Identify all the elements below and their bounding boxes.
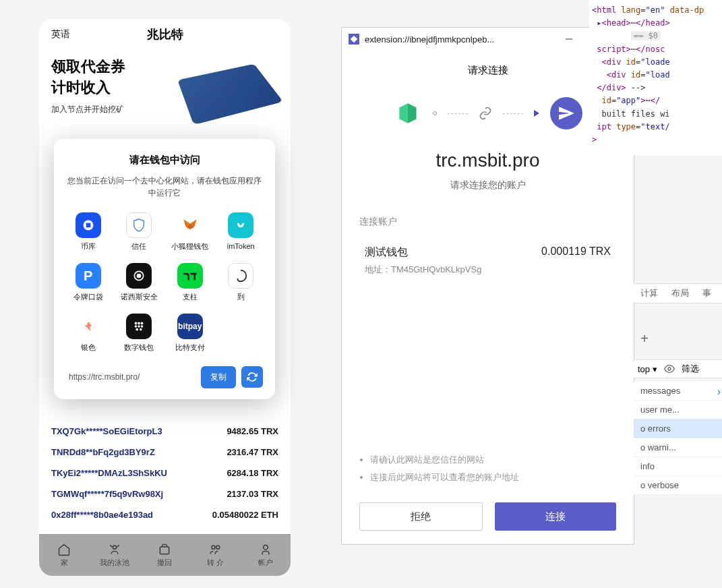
wallet-label: imToken (227, 242, 255, 251)
nav-icon (208, 543, 222, 556)
add-tab-button[interactable]: + (636, 330, 653, 347)
modal-title: 请在钱包中访问 (66, 154, 263, 167)
tx-amount: 2316.47 TRX (227, 447, 278, 457)
wallet-item-gnosis[interactable]: 诺西斯安全 (117, 263, 162, 301)
chevron-right-icon[interactable]: › (717, 386, 721, 398)
app-title: 兆比特 (39, 26, 291, 42)
hero-line1: 领取代金券 (51, 57, 125, 78)
nav-item-2[interactable]: 撤回 (140, 535, 190, 576)
transaction-row[interactable]: TKyEi2*****DMAzL3ShSkKU6284.18 TRX (51, 463, 278, 483)
wallet-item-onto[interactable]: 到 (219, 263, 264, 301)
wallet-label: 令牌口袋 (73, 293, 103, 301)
tx-amount: 0.05480022 ETH (212, 510, 278, 520)
wallet-grid: 币库信任小狐狸钱包imTokenP令牌口袋诺西斯安全דר支柱到银色数字钱包bit… (66, 212, 263, 353)
context-dropdown[interactable]: top ▾ (638, 364, 657, 374)
wallet-item-pillar[interactable]: דר支柱 (168, 263, 212, 301)
transaction-row[interactable]: TGMWqf*****7f5q9vRw98Xj2137.03 TRX (51, 483, 278, 504)
svg-point-8 (138, 274, 141, 278)
domain-name: trc.msbit.pro (359, 150, 616, 171)
reject-button[interactable]: 拒绝 (359, 502, 483, 531)
filter-label[interactable]: 筛选 (682, 363, 699, 375)
account-card[interactable]: 测试钱包 0.000119 TRX 地址：TM45GtHQvbKLkpVSg (359, 237, 616, 284)
refresh-button[interactable] (241, 366, 263, 388)
wallet-item-coinbase[interactable]: 币库 (66, 212, 111, 251)
console-filter-0[interactable]: messages (634, 382, 722, 401)
wallet-select-modal: 请在钱包中访问 您当前正在访问一个去中心化网站，请在钱包应用程序中运行它 币库信… (54, 139, 275, 399)
wallet-item-argent[interactable]: 银色 (66, 314, 111, 352)
tx-amount: 6284.18 TRX (227, 468, 278, 478)
devtools-tab[interactable]: 布局 (665, 287, 696, 299)
wallet-label: 到 (237, 293, 245, 301)
transaction-row[interactable]: 0x28ff*****8b0ae4e193ad0.05480022 ETH (51, 504, 278, 525)
console-filter-2[interactable]: o errors (634, 419, 722, 438)
tx-address: TNRDd8**bFq2gd3BY9rZ (51, 447, 155, 457)
tx-amount: 9482.65 TRX (227, 426, 278, 436)
devtools-tab[interactable]: 事 (696, 287, 718, 299)
transaction-row[interactable]: TXQ7Gk*****SoEGiEtorpL39482.65 TRX (51, 421, 278, 442)
section-label: 连接账户 (359, 216, 616, 228)
wallet-item-metamask[interactable]: 小狐狸钱包 (168, 212, 212, 251)
tx-amount: 2137.03 TRX (227, 489, 278, 499)
svg-point-22 (668, 368, 671, 370)
copy-button[interactable]: 复制 (201, 366, 236, 388)
wallet-item-bitpay[interactable]: bitpay比特支付 (168, 314, 212, 352)
svg-point-11 (141, 322, 144, 325)
extension-app-icon (349, 34, 359, 45)
dot-icon (433, 111, 437, 115)
svg-rect-1 (160, 547, 169, 554)
devtools-styles-tabs: 计算布局事 (634, 283, 722, 303)
modal-subtitle: 您当前正在访问一个去中心化网站，请在钱包应用程序中运行它 (66, 175, 263, 199)
wallet-item-imtoken[interactable]: imToken (219, 212, 264, 251)
modal-footer: https://trc.msbit.pro/ 复制 (66, 366, 263, 388)
wallet-label: 支柱 (183, 293, 198, 301)
nav-label: 撤回 (157, 558, 172, 568)
tx-address: 0x28ff*****8b0ae4e193ad (51, 510, 153, 520)
request-title: 请求连接 (359, 64, 616, 77)
wallet-item-tokenpocket[interactable]: P令牌口袋 (66, 263, 111, 301)
wallet-label: 银色 (81, 343, 96, 352)
svg-point-13 (138, 326, 140, 328)
wallet-label: 小狐狸钱包 (171, 242, 208, 251)
eye-icon[interactable] (664, 363, 675, 374)
dapp-logo-icon (394, 99, 422, 127)
mobile-header: 英语 兆比特 (39, 19, 291, 50)
svg-point-16 (140, 328, 142, 331)
devtools-elements-panel[interactable]: <html lang="en" data-dp ▸<head>⋯</head> … (589, 0, 722, 155)
dapp-url: https://trc.msbit.pro/ (66, 368, 195, 386)
svg-point-10 (138, 322, 140, 325)
svg-point-4 (263, 545, 268, 550)
refresh-icon (247, 372, 258, 382)
console-filter-1[interactable]: user me... (634, 401, 722, 419)
nav-label: 我的泳池 (100, 558, 129, 568)
bottom-nav: 家我的泳池撤回转 介帐户 (39, 534, 291, 576)
svg-point-3 (216, 546, 220, 549)
account-balance: 0.000119 TRX (541, 245, 611, 260)
hero-line2: 计时收入 (51, 78, 125, 98)
console-filter-5[interactable]: o verbose (634, 476, 722, 495)
minimize-button[interactable] (557, 30, 581, 49)
console-filter-4[interactable]: info (634, 457, 722, 476)
svg-point-9 (135, 322, 138, 325)
extension-footer: 拒绝 连接 (359, 502, 616, 531)
nav-item-1[interactable]: 我的泳池 (90, 535, 140, 576)
console-filter-3[interactable]: o warni... (634, 438, 722, 457)
devtools-tab[interactable]: 计算 (634, 287, 665, 299)
window-title: extension://ibnejdfjmmkpcnlpeb... (365, 34, 557, 45)
notice-list: 请确认此网站是您信任的网站连接后此网站将可以查看您的账户地址 (359, 451, 616, 486)
connect-button[interactable]: 连接 (495, 502, 617, 531)
svg-point-14 (141, 326, 144, 328)
console-filter-bar: top ▾ 筛选 (634, 359, 722, 378)
connect-subtitle: 请求连接您的账户 (359, 179, 616, 192)
transaction-row[interactable]: TNRDd8**bFq2gd3BY9rZ2316.47 TRX (51, 442, 278, 463)
link-icon (479, 107, 492, 120)
nav-label: 帐户 (258, 558, 273, 568)
wallet-item-math[interactable]: 数字钱包 (117, 314, 162, 352)
nav-item-3[interactable]: 转 介 (190, 535, 241, 576)
wallet-label: 信任 (131, 242, 146, 251)
account-name: 测试钱包 (365, 245, 408, 260)
nav-item-4[interactable]: 帐户 (240, 535, 291, 576)
nav-item-0[interactable]: 家 (39, 535, 90, 576)
svg-point-0 (113, 546, 116, 549)
wallet-item-trust[interactable]: 信任 (117, 212, 162, 251)
nav-icon (108, 543, 121, 556)
